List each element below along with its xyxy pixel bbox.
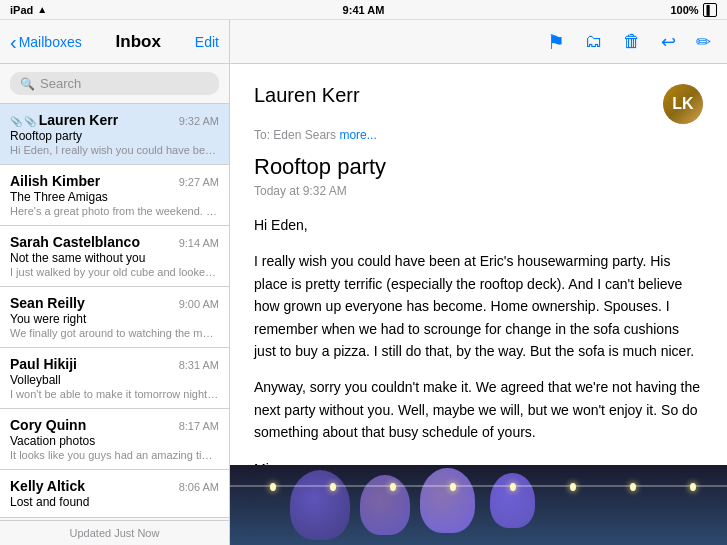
- inbox-title: Inbox: [116, 32, 161, 52]
- email-time-6: 8:06 AM: [179, 481, 219, 493]
- email-list-item[interactable]: Sarah Castelblanco9:14 AMNot the same wi…: [0, 226, 229, 287]
- lantern-3: [420, 468, 475, 533]
- email-list-item[interactable]: Cory Quinn8:17 AMVacation photosIt looks…: [0, 409, 229, 470]
- light-bulb-3: [390, 483, 396, 491]
- light-bulb-7: [630, 483, 636, 491]
- email-subject-6: Lost and found: [10, 495, 219, 509]
- email-list-item[interactable]: Ailish Kimber9:27 AMThe Three AmigasHere…: [0, 165, 229, 226]
- search-placeholder: Search: [40, 76, 81, 91]
- email-sender: Lauren Kerr: [254, 84, 360, 107]
- email-time-4: 8:31 AM: [179, 359, 219, 371]
- email-to: To: Eden Sears more...: [254, 128, 703, 142]
- email-sender-6: Kelly Altick: [10, 478, 85, 494]
- lantern-4: [490, 473, 535, 528]
- status-right: 100% ▌: [670, 3, 717, 17]
- toolbar: ⚑ 🗂 🗑 ↩ ✏: [230, 20, 727, 64]
- battery-label: 100%: [670, 4, 698, 16]
- email-time-3: 9:00 AM: [179, 298, 219, 310]
- light-bulb-5: [510, 483, 516, 491]
- updated-bar: Updated Just Now: [0, 520, 229, 545]
- search-input-wrap[interactable]: 🔍 Search: [10, 72, 219, 95]
- flag-icon[interactable]: ⚑: [547, 30, 565, 54]
- email-list-item[interactable]: Kelly Altick8:06 AMLost and found: [0, 470, 229, 518]
- email-list-item[interactable]: Paul Hikiji8:31 AMVolleyballI won't be a…: [0, 348, 229, 409]
- email-subject-5: Vacation photos: [10, 434, 219, 448]
- body-sign1: Miss you.: [254, 458, 703, 465]
- more-link[interactable]: more...: [339, 128, 376, 142]
- email-subject-2: Not the same without you: [10, 251, 219, 265]
- main-container: ‹ Mailboxes Inbox Edit 🔍 Search 📎 Lauren…: [0, 20, 727, 545]
- email-sender-2: Sarah Castelblanco: [10, 234, 140, 250]
- email-time-5: 8:17 AM: [179, 420, 219, 432]
- search-icon: 🔍: [20, 77, 35, 91]
- email-sender-3: Sean Reilly: [10, 295, 85, 311]
- to-label: To: Eden Sears: [254, 128, 336, 142]
- email-subject-0: Rooftop party: [10, 129, 219, 143]
- light-bulb-4: [450, 483, 456, 491]
- right-panel: ⚑ 🗂 🗑 ↩ ✏ Lauren Kerr LK To: Eden Sears …: [230, 20, 727, 545]
- wifi-icon: ▲: [37, 4, 47, 15]
- email-sender-0: 📎 Lauren Kerr: [10, 112, 118, 128]
- light-bulb-2: [330, 483, 336, 491]
- email-preview-2: I just walked by your old cube and looke…: [10, 266, 219, 278]
- status-bar: iPad ▲ 9:41 AM 100% ▌: [0, 0, 727, 20]
- email-subject-4: Volleyball: [10, 373, 219, 387]
- email-subject: Rooftop party: [254, 154, 703, 180]
- email-subject-1: The Three Amigas: [10, 190, 219, 204]
- ipad-label: iPad: [10, 4, 33, 16]
- email-view: Lauren Kerr LK To: Eden Sears more... Ro…: [230, 64, 727, 465]
- light-bulb-1: [270, 483, 276, 491]
- email-subject-3: You were right: [10, 312, 219, 326]
- reply-icon[interactable]: ↩: [661, 31, 676, 53]
- email-date: Today at 9:32 AM: [254, 184, 703, 198]
- body-greeting: Hi Eden,: [254, 214, 703, 236]
- email-time-2: 9:14 AM: [179, 237, 219, 249]
- search-bar: 🔍 Search: [0, 64, 229, 104]
- email-time-1: 9:27 AM: [179, 176, 219, 188]
- body-para2: Anyway, sorry you couldn't make it. We a…: [254, 376, 703, 443]
- email-preview-1: Here's a great photo from the weekend. I…: [10, 205, 219, 217]
- email-sender-1: Ailish Kimber: [10, 173, 100, 189]
- back-label: Mailboxes: [19, 34, 82, 50]
- photo-strip: [230, 465, 727, 545]
- light-bulb-8: [690, 483, 696, 491]
- chevron-left-icon: ‹: [10, 32, 17, 52]
- status-time: 9:41 AM: [343, 4, 385, 16]
- email-sender-5: Cory Quinn: [10, 417, 86, 433]
- edit-button[interactable]: Edit: [195, 34, 219, 50]
- lights-string: [230, 485, 727, 487]
- light-bulb-6: [570, 483, 576, 491]
- status-left: iPad ▲: [10, 4, 47, 16]
- lantern-2: [360, 475, 410, 535]
- email-list-item[interactable]: Sean Reilly9:00 AMYou were rightWe final…: [0, 287, 229, 348]
- trash-icon[interactable]: 🗑: [623, 31, 641, 52]
- email-list-item[interactable]: 📎 Lauren Kerr9:32 AMRooftop partyHi Eden…: [0, 104, 229, 165]
- email-sender-4: Paul Hikiji: [10, 356, 77, 372]
- nav-bar: ‹ Mailboxes Inbox Edit: [0, 20, 229, 64]
- email-time-0: 9:32 AM: [179, 115, 219, 127]
- email-preview-5: It looks like you guys had an amazing ti…: [10, 449, 219, 461]
- email-header: Lauren Kerr LK: [254, 84, 703, 124]
- email-preview-3: We finally got around to watching the mo…: [10, 327, 219, 339]
- avatar: LK: [663, 84, 703, 124]
- body-para1: I really wish you could have been at Eri…: [254, 250, 703, 362]
- email-preview-0: Hi Eden, I really wish you could have be…: [10, 144, 219, 156]
- email-preview-4: I won't be able to make it tomorrow nigh…: [10, 388, 219, 400]
- back-button[interactable]: ‹ Mailboxes: [10, 32, 82, 52]
- email-body: Hi Eden, I really wish you could have be…: [254, 214, 703, 465]
- battery-icon: ▌: [703, 3, 717, 17]
- email-list: 📎 Lauren Kerr9:32 AMRooftop partyHi Eden…: [0, 104, 229, 520]
- folder-icon[interactable]: 🗂: [585, 31, 603, 52]
- compose-icon[interactable]: ✏: [696, 31, 711, 53]
- left-panel: ‹ Mailboxes Inbox Edit 🔍 Search 📎 Lauren…: [0, 20, 230, 545]
- lantern-1: [290, 470, 350, 540]
- avatar-image: LK: [663, 84, 703, 124]
